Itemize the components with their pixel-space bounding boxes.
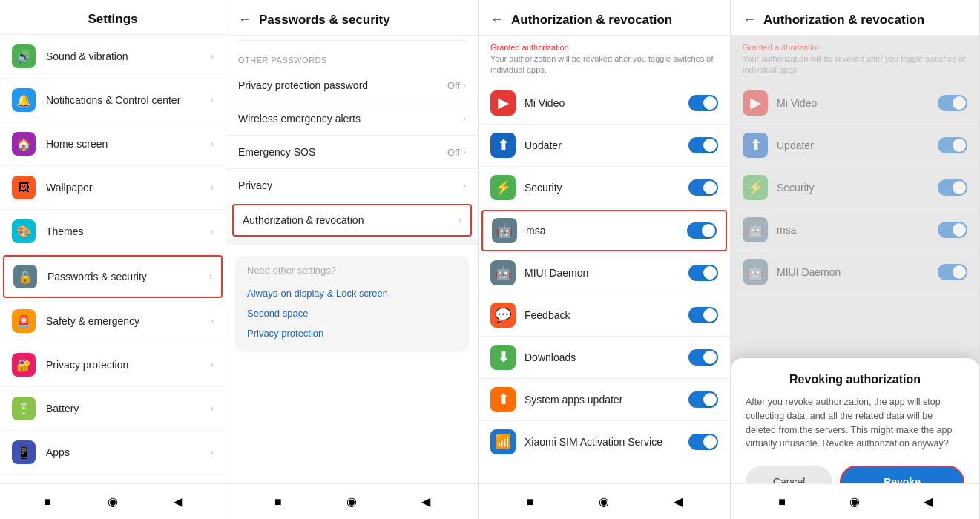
nav-circle-4[interactable]: ◉: [846, 494, 863, 510]
toggle-mivideo[interactable]: [688, 95, 718, 111]
app-icon-system-updater: ⬆: [490, 387, 516, 412]
chevron-privacy: ›: [211, 360, 214, 370]
icon-notifications: 🔔: [12, 88, 36, 112]
row-value-privacy-password: Off: [447, 80, 460, 91]
app-row-mivideo[interactable]: ▶ Mi Video: [731, 82, 979, 125]
back-arrow-2[interactable]: ←: [238, 12, 251, 27]
toggle-feedback[interactable]: [688, 307, 718, 323]
panel-settings: Settings 🔊 Sound & vibration › 🔔 Notific…: [0, 0, 226, 519]
chevron-sound: ›: [211, 51, 214, 62]
nav-bar-3: ■ ◉ ◀: [479, 483, 730, 519]
menu-row-wireless-alerts[interactable]: Wireless emergency alerts ›: [226, 102, 478, 136]
settings-item-privacy[interactable]: 🔐 Privacy protection ›: [0, 343, 226, 387]
nav-circle-2[interactable]: ◉: [343, 494, 360, 510]
other-link-2[interactable]: Privacy protection: [247, 323, 457, 343]
app-name-updater: Updater: [524, 139, 688, 151]
toggle-updater[interactable]: [688, 137, 718, 153]
app-row-miui-daemon[interactable]: 🤖 MIUI Daemon: [479, 252, 730, 294]
app-row-msa[interactable]: 🤖 msa: [731, 209, 979, 251]
toggle-system-updater[interactable]: [688, 391, 718, 408]
granted-label-4: Granted authorization: [731, 36, 979, 53]
toggle-downloads[interactable]: [688, 349, 718, 366]
app-row-updater[interactable]: ⬆ Updater: [479, 125, 730, 167]
settings-item-additional[interactable]: ⚙ Additional settings ›: [0, 475, 226, 483]
nav-triangle-3[interactable]: ◀: [670, 494, 686, 510]
app-icon-mivideo: ▶: [743, 90, 768, 116]
icon-battery: 🔋: [12, 397, 36, 420]
app-row-mivideo[interactable]: ▶ Mi Video: [479, 82, 730, 125]
settings-item-safety[interactable]: 🚨 Safety & emergency ›: [0, 300, 226, 343]
app-row-updater[interactable]: ⬆ Updater: [731, 125, 979, 167]
toggle-mivideo[interactable]: [938, 95, 967, 111]
nav-circle[interactable]: ◉: [105, 494, 121, 510]
app-row-sim-activation[interactable]: 📶 Xiaomi SIM Activation Service: [479, 421, 730, 463]
toggle-sim-activation[interactable]: [688, 434, 718, 450]
menu-row-privacy-password[interactable]: Privacy protection password Off ›: [226, 69, 478, 102]
nav-circle-3[interactable]: ◉: [596, 494, 612, 510]
row-chevron-wireless-alerts: ›: [463, 113, 466, 124]
settings-item-sound[interactable]: 🔊 Sound & vibration ›: [0, 35, 226, 79]
settings-item-themes[interactable]: 🎨 Themes ›: [0, 210, 226, 254]
other-link-1[interactable]: Second space: [247, 303, 457, 323]
toggle-miui-daemon[interactable]: [688, 265, 718, 281]
app-name-system-updater: System apps updater: [524, 394, 688, 406]
nav-square-4[interactable]: ■: [774, 494, 790, 510]
nav-square[interactable]: ■: [39, 494, 56, 510]
settings-item-notifications[interactable]: 🔔 Notifications & Control center ›: [0, 79, 226, 122]
nav-square-2[interactable]: ■: [270, 494, 286, 510]
app-row-system-updater[interactable]: ⬆ System apps updater: [479, 379, 730, 421]
nav-square-3[interactable]: ■: [522, 494, 539, 510]
icon-privacy: 🔐: [12, 353, 36, 377]
label-notifications: Notifications & Control center: [46, 94, 211, 106]
row-value-emergency-sos: Off: [447, 147, 460, 158]
other-link-0[interactable]: Always-on display & Lock screen: [247, 283, 457, 303]
nav-bar-2: ■ ◉ ◀: [226, 483, 478, 519]
toggle-updater[interactable]: [938, 137, 967, 153]
back-arrow-4[interactable]: ←: [743, 12, 756, 27]
other-passwords-label: OTHER PASSWORDS: [226, 45, 478, 69]
menu-row-privacy[interactable]: Privacy ›: [226, 169, 478, 202]
icon-passwords: 🔒: [13, 265, 37, 288]
app-row-security[interactable]: ⚡ Security: [731, 167, 979, 209]
settings-item-battery[interactable]: 🔋 Battery ›: [0, 387, 226, 431]
app-name-mivideo: Mi Video: [777, 97, 938, 109]
settings-item-home[interactable]: 🏠 Home screen ›: [0, 122, 226, 166]
toggle-security[interactable]: [688, 179, 718, 196]
app-row-feedback[interactable]: 💬 Feedback: [479, 294, 730, 337]
divider-2: [226, 238, 478, 245]
app-row-downloads[interactable]: ⬇ Downloads: [479, 337, 730, 379]
menu-row-auth-revocation[interactable]: Authorization & revocation ›: [232, 204, 472, 237]
granted-label-3: Granted authorization: [479, 36, 730, 53]
label-wallpaper: Wallpaper: [46, 182, 211, 194]
chevron-home: ›: [211, 139, 214, 149]
app-row-miui-daemon[interactable]: 🤖 MIUI Daemon: [731, 251, 979, 294]
menu-row-emergency-sos[interactable]: Emergency SOS Off ›: [226, 136, 478, 169]
app-name-miui-daemon: MIUI Daemon: [777, 266, 938, 278]
settings-item-passwords[interactable]: 🔒 Passwords & security ›: [3, 255, 223, 298]
back-arrow-3[interactable]: ←: [490, 12, 504, 27]
toggle-msa[interactable]: [687, 222, 717, 239]
row-label-wireless-alerts: Wireless emergency alerts: [238, 113, 463, 125]
settings-item-wallpaper[interactable]: 🖼 Wallpaper ›: [0, 166, 226, 210]
toggle-miui-daemon[interactable]: [938, 264, 967, 280]
chevron-apps: ›: [211, 447, 214, 457]
app-icon-downloads: ⬇: [490, 345, 516, 370]
toggle-msa[interactable]: [938, 222, 967, 238]
settings-item-apps[interactable]: 📱 Apps ›: [0, 431, 226, 475]
app-icon-feedback: 💬: [490, 303, 516, 328]
icon-safety: 🚨: [12, 309, 36, 333]
passwords-title: Passwords & security: [259, 13, 390, 27]
app-icon-msa: 🤖: [743, 217, 768, 242]
other-settings-box: Need other settings? Always-on display &…: [235, 256, 469, 352]
app-row-security[interactable]: ⚡ Security: [479, 167, 730, 209]
passwords-list: OTHER PASSWORDS Privacy protection passw…: [226, 36, 478, 483]
app-icon-mivideo: ▶: [490, 90, 516, 116]
app-row-msa[interactable]: 🤖 msa: [481, 210, 727, 251]
label-home: Home screen: [46, 138, 211, 150]
nav-triangle[interactable]: ◀: [170, 494, 186, 510]
nav-triangle-4[interactable]: ◀: [920, 494, 936, 510]
app-name-sim-activation: Xiaomi SIM Activation Service: [524, 436, 688, 448]
nav-triangle-2[interactable]: ◀: [418, 494, 434, 510]
toggle-security[interactable]: [938, 179, 967, 196]
chevron-battery: ›: [211, 403, 214, 414]
